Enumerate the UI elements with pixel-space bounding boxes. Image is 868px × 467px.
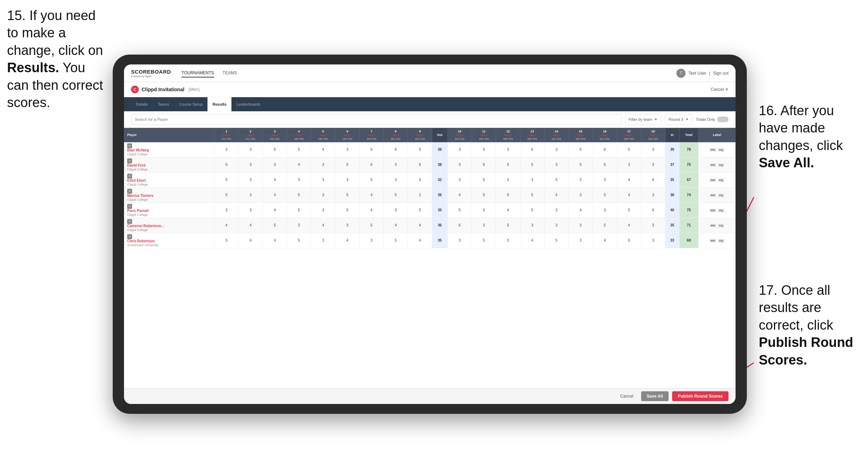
hole-2-score[interactable]: 4 (238, 218, 263, 233)
hole-14-score[interactable]: 3 (544, 142, 569, 157)
dq-label[interactable]: DQ (718, 208, 725, 212)
hole-12-score[interactable]: 5 (496, 218, 520, 233)
hole-14-score[interactable]: 4 (544, 187, 569, 203)
hole-12-score[interactable]: 3 (496, 142, 520, 157)
hole-12-score[interactable]: 5 (496, 157, 520, 172)
hole-7-score[interactable]: 6 (359, 157, 384, 172)
hole-5-score[interactable]: 3 (311, 172, 335, 187)
hole-9-score[interactable]: 3 (408, 172, 432, 187)
hole-14-score[interactable]: 5 (544, 172, 569, 187)
wd-label[interactable]: WD (709, 224, 717, 228)
hole-18-score[interactable]: 3 (641, 233, 665, 248)
hole-13-score[interactable]: 5 (520, 157, 544, 172)
hole-17-score[interactable]: 4 (617, 172, 641, 187)
filter-by-team-dropdown[interactable]: Filter by team ▼ (625, 114, 662, 125)
hole-13-score[interactable]: 6 (520, 142, 544, 157)
hole-16-score[interactable]: 6 (593, 142, 617, 157)
hole-10-score[interactable]: 3 (448, 233, 472, 248)
hole-2-score[interactable]: 3 (238, 187, 263, 203)
hole-7-score[interactable]: 3 (359, 233, 384, 248)
wd-label[interactable]: WD (709, 148, 717, 152)
hole-4-score[interactable]: 5 (287, 142, 311, 157)
hole-8-score[interactable]: 4 (384, 218, 408, 233)
hole-12-score[interactable]: 4 (496, 203, 520, 218)
hole-13-score[interactable]: 4 (520, 233, 544, 248)
hole-14-score[interactable]: 5 (544, 233, 569, 248)
hole-2-score[interactable]: 3 (238, 203, 263, 218)
totals-only-toggle[interactable]: Totals Only (696, 117, 728, 122)
dq-label[interactable]: DQ (718, 193, 725, 197)
hole-12-score[interactable]: 3 (496, 172, 520, 187)
hole-2-score[interactable]: 3 (238, 172, 263, 187)
hole-7-score[interactable]: 5 (359, 142, 384, 157)
hole-11-score[interactable]: 5 (472, 172, 496, 187)
tab-details[interactable]: Details (131, 97, 153, 111)
hole-6-score[interactable]: 3 (335, 142, 360, 157)
hole-1-score[interactable]: 5 (214, 187, 238, 203)
search-input[interactable] (131, 114, 621, 125)
hole-5-score[interactable]: 4 (311, 218, 335, 233)
hole-6-score[interactable]: 3 (335, 218, 360, 233)
player-name[interactable]: Piers Parnell (127, 209, 211, 213)
hole-11-score[interactable]: 5 (472, 203, 496, 218)
player-name[interactable]: Cameron Robertson... (127, 224, 211, 228)
hole-12-score[interactable]: 5 (496, 187, 520, 203)
hole-6-score[interactable]: 4 (335, 233, 360, 248)
hole-5-score[interactable]: 3 (311, 203, 335, 218)
round-dropdown[interactable]: Round 3 ▼ (665, 114, 693, 125)
hole-8-score[interactable]: 3 (384, 203, 408, 218)
player-name[interactable]: David Ford (127, 163, 211, 167)
hole-16-score[interactable]: 5 (593, 187, 617, 203)
hole-3-score[interactable]: 4 (263, 187, 287, 203)
hole-7-score[interactable]: 4 (359, 187, 384, 203)
hole-6-score[interactable]: 3 (335, 172, 360, 187)
hole-18-score[interactable]: 3 (641, 187, 665, 203)
hole-1-score[interactable]: 6 (214, 157, 238, 172)
hole-10-score[interactable]: 5 (448, 203, 472, 218)
hole-16-score[interactable]: 5 (593, 157, 617, 172)
hole-7-score[interactable]: 5 (359, 218, 384, 233)
hole-4-score[interactable]: 3 (287, 172, 311, 187)
hole-11-score[interactable]: 5 (472, 233, 496, 248)
hole-16-score[interactable]: 3 (593, 172, 617, 187)
hole-3-score[interactable]: 4 (263, 233, 287, 248)
hole-9-score[interactable]: 5 (408, 157, 432, 172)
hole-16-score[interactable]: 4 (593, 233, 617, 248)
hole-3-score[interactable]: 5 (263, 218, 287, 233)
hole-8-score[interactable]: 3 (384, 157, 408, 172)
cancel-button[interactable]: Cancel (616, 392, 637, 401)
nav-tournaments[interactable]: TOURNAMENTS (181, 69, 214, 77)
hole-14-score[interactable]: 3 (544, 218, 569, 233)
hole-5-score[interactable]: 3 (311, 157, 335, 172)
hole-9-score[interactable]: 5 (408, 203, 432, 218)
dq-label[interactable]: DQ (718, 148, 725, 152)
signout-link[interactable]: Sign out (713, 71, 728, 76)
hole-15-score[interactable]: 3 (569, 233, 593, 248)
wd-label[interactable]: WD (709, 178, 717, 182)
hole-14-score[interactable]: 3 (544, 157, 569, 172)
hole-15-score[interactable]: 4 (569, 203, 593, 218)
hole-10-score[interactable]: 6 (448, 218, 472, 233)
hole-1-score[interactable]: 4 (214, 218, 238, 233)
hole-18-score[interactable]: 6 (641, 203, 665, 218)
hole-9-score[interactable]: 4 (408, 233, 432, 248)
hole-4-score[interactable]: 3 (287, 218, 311, 233)
hole-15-score[interactable]: 3 (569, 172, 593, 187)
hole-9-score[interactable]: 2 (408, 187, 432, 203)
hole-6-score[interactable]: 5 (335, 203, 360, 218)
dq-label[interactable]: DQ (718, 178, 725, 182)
hole-13-score[interactable]: 3 (520, 218, 544, 233)
hole-4-score[interactable]: 5 (287, 187, 311, 203)
player-name[interactable]: Chris Robertson (127, 239, 211, 243)
tab-leaderboards[interactable]: Leaderboards (231, 97, 265, 111)
hole-10-score[interactable]: 4 (448, 187, 472, 203)
tab-course-setup[interactable]: Course Setup (174, 97, 207, 111)
hole-10-score[interactable]: 3 (448, 157, 472, 172)
dq-label[interactable]: DQ (718, 163, 725, 167)
hole-10-score[interactable]: 3 (448, 142, 472, 157)
hole-7-score[interactable]: 4 (359, 203, 384, 218)
hole-3-score[interactable]: 5 (263, 142, 287, 157)
hole-4-score[interactable]: 5 (287, 233, 311, 248)
hole-16-score[interactable]: 5 (593, 218, 617, 233)
hole-4-score[interactable]: 5 (287, 203, 311, 218)
